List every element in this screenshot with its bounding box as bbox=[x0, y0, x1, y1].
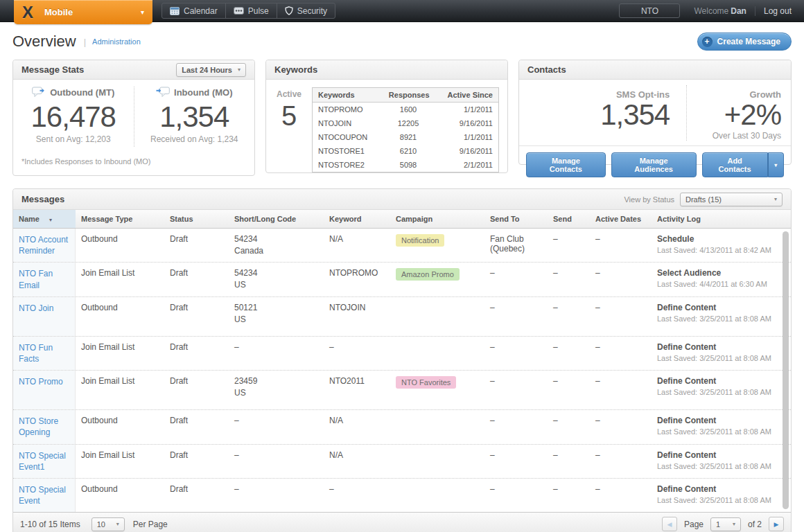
column-header-keyword[interactable]: Keyword bbox=[324, 210, 390, 228]
message-name-link[interactable]: NTO Fan Email bbox=[19, 269, 53, 290]
pagination-bar: 1-10 of 15 Items 10 ▾ Per Page ◀ Page 1 … bbox=[13, 512, 791, 532]
code-value: – bbox=[234, 450, 318, 460]
table-scrollbar[interactable] bbox=[783, 231, 789, 509]
column-header-campaign[interactable]: Campaign bbox=[390, 210, 484, 228]
status-filter-select[interactable]: Drafts (15) ▾ bbox=[680, 193, 783, 206]
column-header-status[interactable]: Status bbox=[164, 210, 229, 228]
status-cell: Draft bbox=[164, 445, 229, 478]
column-header-name[interactable]: Name▾ bbox=[13, 210, 76, 228]
column-header-activity[interactable]: Activity Log bbox=[652, 210, 791, 228]
short-long-code-cell: – bbox=[229, 479, 324, 512]
keyword-cell: N/A bbox=[324, 229, 390, 262]
short-long-code-cell: – bbox=[229, 445, 324, 478]
nav-button-pulse-label: Pulse bbox=[248, 6, 269, 16]
code-value: – bbox=[234, 342, 318, 352]
short-long-code-cell: – bbox=[229, 337, 324, 370]
keyword-name: NTOSTORE2 bbox=[313, 158, 383, 172]
previous-page-button[interactable]: ◀ bbox=[662, 517, 677, 531]
chevron-down-icon: ▾ bbox=[116, 521, 119, 527]
table-row: NTO Special Event1 Join Email List Draft… bbox=[13, 445, 791, 479]
scrollbar-thumb[interactable] bbox=[783, 231, 789, 509]
message-type-cell: Join Email List bbox=[76, 337, 164, 370]
create-message-label: Create Message bbox=[717, 37, 780, 46]
code-value: 50121 bbox=[234, 303, 318, 312]
keyword-cell: – bbox=[324, 337, 390, 370]
activity-step-label: Define Content bbox=[657, 342, 785, 352]
chevron-left-icon: ◀ bbox=[667, 521, 672, 528]
account-button[interactable]: NTO bbox=[619, 3, 680, 18]
message-name-link[interactable]: NTO Account Reminder bbox=[19, 235, 68, 256]
activity-log-cell: Define Content Last Saved: 3/25/2011 at … bbox=[652, 410, 791, 443]
kw-col-active-since: Active Since bbox=[433, 88, 498, 102]
activity-log-cell: Define Content Last Saved: 3/25/2011 at … bbox=[652, 297, 791, 336]
outbound-avg: Sent on Avg: 12,203 bbox=[13, 134, 134, 144]
campaign-cell bbox=[390, 297, 484, 336]
keyword-cell: NTOJOIN bbox=[324, 297, 390, 336]
kw-col-responses: Responses bbox=[383, 88, 433, 102]
send-to-cell: – bbox=[484, 479, 548, 512]
column-header-type[interactable]: Message Type bbox=[76, 210, 164, 228]
inbound-stat: Inbound (MO) 1,354 Received on Avg: 1,23… bbox=[134, 87, 255, 147]
last-saved-text: Last Saved: 3/25/2011 at 8:08 AM bbox=[657, 354, 785, 362]
add-contacts-dropdown-button[interactable]: ▾ bbox=[768, 152, 784, 177]
time-range-select[interactable]: Last 24 Hours ▾ bbox=[176, 63, 246, 77]
campaign-cell bbox=[390, 445, 484, 478]
per-page-select[interactable]: 10 ▾ bbox=[91, 517, 125, 531]
keyword-active-since: 9/16/2011 bbox=[433, 116, 498, 130]
breadcrumb-separator: | bbox=[84, 37, 86, 47]
column-header-sendto[interactable]: Send To bbox=[484, 210, 548, 228]
send-cell: – bbox=[548, 337, 590, 370]
messages-table-body: NTO Account Reminder Outbound Draft 5423… bbox=[13, 229, 791, 512]
nav-button-pulse[interactable]: Pulse bbox=[225, 3, 277, 19]
send-to-cell: – bbox=[484, 337, 548, 370]
message-type-cell: Join Email List bbox=[76, 263, 164, 296]
table-row: NTO Fun Facts Join Email List Draft – – … bbox=[13, 337, 791, 371]
keyword-responses: 12205 bbox=[383, 116, 433, 130]
code-country: US bbox=[234, 280, 318, 290]
message-name-link[interactable]: NTO Special Event1 bbox=[19, 451, 66, 472]
column-header-dates[interactable]: Active Dates bbox=[590, 210, 652, 228]
message-name-link[interactable]: NTO Promo bbox=[19, 377, 63, 387]
keyword-active-since: 1/1/2011 bbox=[433, 103, 498, 116]
top-navbar: X Mobile ▾ Calendar Pulse Security NTO W… bbox=[0, 0, 804, 22]
manage-audiences-button[interactable]: Manage Audiences bbox=[611, 152, 697, 177]
manage-contacts-button[interactable]: Manage Contacts bbox=[526, 152, 606, 177]
message-stats-panel: Message Stats Last 24 Hours ▾ Outbound (… bbox=[12, 60, 255, 176]
page-number-select[interactable]: 1 ▾ bbox=[710, 517, 741, 531]
message-name-link[interactable]: NTO Store Opening bbox=[19, 416, 58, 437]
column-header-send[interactable]: Send bbox=[548, 210, 590, 228]
keyword-cell: NTO2011 bbox=[324, 371, 390, 409]
next-page-button[interactable]: ▶ bbox=[769, 517, 784, 531]
app-switcher-mobile[interactable]: X Mobile ▾ bbox=[14, 0, 152, 24]
add-contacts-button[interactable]: Add Contacts bbox=[702, 152, 768, 177]
keyword-active-since: 9/16/2011 bbox=[433, 144, 498, 158]
brand-x-logo: X bbox=[22, 4, 33, 21]
nav-right-section: NTO WelcomeDan Log out bbox=[619, 3, 804, 18]
create-message-button[interactable]: + Create Message bbox=[697, 33, 792, 51]
status-cell: Draft bbox=[164, 479, 229, 512]
message-name-link[interactable]: NTO Join bbox=[19, 303, 53, 313]
keyword-row: NTOSTORE2 5098 2/1/2011 bbox=[313, 158, 498, 172]
message-name-link[interactable]: NTO Special Event bbox=[19, 485, 66, 506]
column-header-code[interactable]: Short/Long Code bbox=[229, 210, 324, 228]
chevron-down-icon: ▾ bbox=[733, 521, 735, 527]
messages-table-header: Name▾Message TypeStatusShort/Long CodeKe… bbox=[13, 210, 791, 229]
code-country: US bbox=[234, 388, 318, 398]
activity-step-label: Define Content bbox=[657, 484, 785, 494]
logout-link[interactable]: Log out bbox=[764, 6, 792, 16]
chevron-down-icon: ▾ bbox=[774, 162, 777, 168]
inbound-label: Inbound (MO) bbox=[174, 87, 232, 98]
administration-link[interactable]: Administration bbox=[92, 37, 141, 46]
send-to-cell: – bbox=[484, 297, 548, 336]
active-dates-cell: – bbox=[590, 229, 652, 262]
message-name-link[interactable]: NTO Fun Facts bbox=[19, 343, 53, 364]
keyword-row: NTOJOIN 12205 9/16/2011 bbox=[313, 116, 498, 130]
nav-button-security[interactable]: Security bbox=[277, 3, 335, 19]
send-cell: – bbox=[548, 263, 590, 296]
code-value: – bbox=[234, 484, 318, 494]
keyword-active-since: 1/1/2011 bbox=[433, 130, 498, 144]
items-count-text: 1-10 of 15 Items bbox=[20, 520, 80, 529]
stats-footnote: *Includes Responses to Inbound (MO) bbox=[13, 147, 254, 166]
nav-button-calendar[interactable]: Calendar bbox=[161, 3, 226, 19]
campaign-cell: NTO Favorites bbox=[390, 371, 484, 409]
